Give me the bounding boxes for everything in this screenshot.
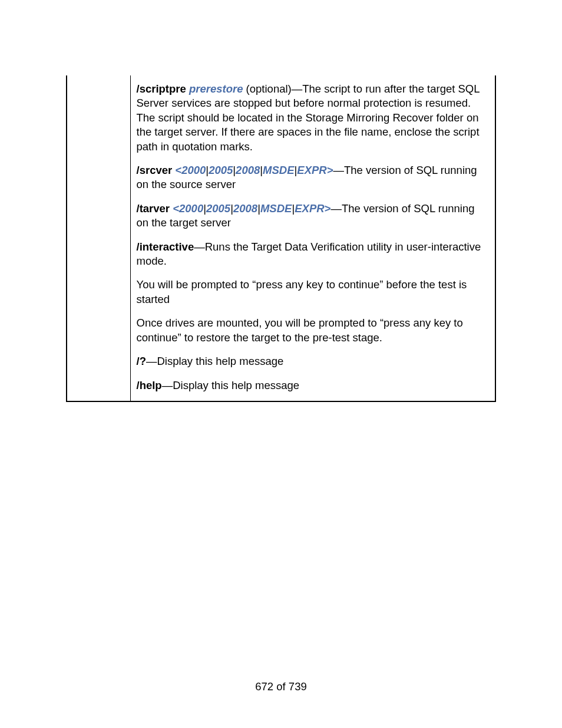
param-key: /help bbox=[137, 379, 162, 391]
opt: 2008 bbox=[236, 164, 260, 176]
opt-open: < bbox=[173, 202, 179, 215]
param-key: /interactive bbox=[137, 241, 194, 253]
note-text: You will be prompted to “press any key t… bbox=[137, 278, 490, 307]
note-text: Once drives are mounted, you will be pro… bbox=[137, 316, 490, 345]
opt: MSDE bbox=[260, 202, 292, 215]
opt: 2008 bbox=[233, 202, 257, 215]
param-key: /tarver bbox=[137, 202, 173, 215]
param-key: /srcver bbox=[137, 164, 176, 176]
page-content: /scriptpre prerestore (optional)—The scr… bbox=[66, 75, 496, 402]
opt-close: > bbox=[325, 202, 331, 215]
opt: EXPR bbox=[297, 164, 326, 176]
opt: MSDE bbox=[263, 164, 294, 176]
page-footer: 672 of 739 bbox=[0, 680, 562, 693]
param-question: /?—Display this help message bbox=[137, 354, 490, 368]
param-interactive: /interactive—Runs the Target Data Verifi… bbox=[137, 240, 490, 269]
param-desc: —Display this help message bbox=[146, 355, 283, 367]
opt: 2005 bbox=[206, 202, 230, 215]
param-help: /help—Display this help message bbox=[137, 378, 490, 393]
param-srcver: /srcver <2000|2005|2008|MSDE|EXPR>—The v… bbox=[137, 163, 490, 192]
opt-open: < bbox=[175, 164, 181, 176]
options-table: /scriptpre prerestore (optional)—The scr… bbox=[66, 75, 496, 402]
param-tarver: /tarver <2000|2005|2008|MSDE|EXPR>—The v… bbox=[137, 202, 490, 230]
table-left-cell bbox=[67, 75, 130, 401]
param-desc: —Display this help message bbox=[162, 379, 299, 391]
opt: 2005 bbox=[209, 164, 233, 176]
table-right-cell: /scriptpre prerestore (optional)—The scr… bbox=[130, 75, 495, 401]
opt-close: > bbox=[327, 164, 333, 176]
param-scriptpre: /scriptpre prerestore (optional)—The scr… bbox=[137, 82, 490, 154]
opt: 2000 bbox=[181, 164, 206, 176]
param-arg: prerestore bbox=[186, 83, 243, 95]
opt: EXPR bbox=[295, 202, 324, 215]
opt: 2000 bbox=[179, 202, 203, 215]
param-key: /? bbox=[137, 355, 146, 367]
param-key: /scriptpre bbox=[137, 83, 186, 95]
